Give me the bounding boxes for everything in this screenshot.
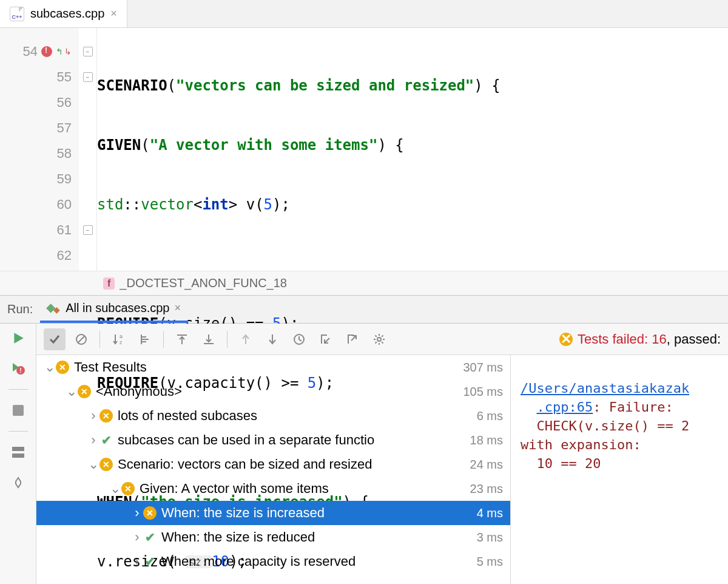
stop-button[interactable] bbox=[8, 401, 28, 420]
close-icon[interactable]: × bbox=[110, 7, 117, 20]
editor-tab[interactable]: C++ subcases.cpp × bbox=[0, 0, 127, 27]
collapse-all-button[interactable] bbox=[171, 328, 193, 350]
test-name: Scenario: vectors can be sized and resiz… bbox=[118, 457, 465, 472]
editor-tab-bar: C++ subcases.cpp × bbox=[0, 0, 728, 28]
svg-rect-3 bbox=[12, 453, 24, 458]
test-row[interactable]: ›✕lots of nested subcases6 ms bbox=[36, 404, 510, 428]
test-row[interactable]: ›✔subcases can be used in a separate fun… bbox=[36, 428, 510, 452]
gutter: 54↰↳ 55 56 57 58 59 60 61 62 bbox=[0, 28, 79, 271]
test-row[interactable]: ›✕When: the size is increased4 ms bbox=[36, 501, 510, 525]
test-name: When: more capacity is reserved bbox=[161, 554, 472, 569]
test-name: lots of nested subcases bbox=[118, 408, 472, 424]
chevron-down-icon[interactable]: ⌄ bbox=[109, 481, 121, 497]
fail-icon: ✕ bbox=[99, 458, 113, 471]
test-time: 4 ms bbox=[477, 506, 503, 520]
chevron-right-icon[interactable]: › bbox=[87, 432, 99, 448]
test-row[interactable]: ›✔When: the size is reduced3 ms bbox=[36, 525, 510, 549]
test-output[interactable]: /Users/anastasiakazak .cpp:65: Failure: … bbox=[511, 355, 728, 584]
test-time: 23 ms bbox=[470, 482, 503, 496]
test-row[interactable]: ⌄✕Scenario: vectors can be sized and res… bbox=[36, 452, 510, 477]
step-fwd-icon: ↳ bbox=[64, 47, 72, 56]
next-failed-button[interactable] bbox=[261, 328, 283, 350]
expand-all-button[interactable] bbox=[198, 328, 220, 350]
chevron-right-icon[interactable]: › bbox=[131, 554, 143, 569]
test-status: ✕ Tests failed: 16, passed: bbox=[559, 331, 721, 347]
prev-failed-button[interactable] bbox=[235, 328, 257, 350]
svg-text:a: a bbox=[120, 333, 123, 339]
run-side-toolbar: ! bbox=[0, 324, 36, 584]
import-button[interactable] bbox=[315, 328, 337, 350]
test-name: Test Results bbox=[74, 359, 458, 375]
run-label: Run: bbox=[7, 302, 33, 316]
run-config-icon bbox=[47, 302, 61, 315]
svg-text:!: ! bbox=[19, 367, 21, 374]
chevron-down-icon[interactable]: ⌄ bbox=[66, 384, 78, 399]
file-loc-link[interactable]: .cpp:65 bbox=[537, 399, 593, 415]
chevron-down-icon[interactable]: ⌄ bbox=[87, 457, 99, 472]
fail-icon: ✕ bbox=[78, 385, 91, 398]
test-row[interactable]: ⌄✕<Anonymous>105 ms bbox=[36, 379, 510, 404]
export-button[interactable] bbox=[342, 328, 363, 350]
test-time: 307 ms bbox=[463, 361, 503, 375]
results-area: az ✕ Tests failed: 16, passed: ⌄✕Test Re… bbox=[36, 324, 728, 584]
layout-button[interactable] bbox=[8, 443, 28, 462]
code-editor[interactable]: 54↰↳ 55 56 57 58 59 60 61 62 − − − SCENA… bbox=[0, 28, 728, 271]
run-tab-name: All in subcases.cpp bbox=[66, 301, 169, 315]
svg-text:z: z bbox=[120, 339, 123, 345]
test-time: 105 ms bbox=[463, 385, 503, 399]
fold-column: − − − bbox=[79, 28, 97, 271]
test-row[interactable]: ⌄✕Test Results307 ms bbox=[36, 355, 510, 379]
run-button[interactable] bbox=[8, 328, 28, 348]
line-number: 59 bbox=[50, 171, 72, 187]
rerun-failed-button[interactable]: ! bbox=[8, 359, 28, 378]
fold-icon[interactable]: − bbox=[83, 225, 93, 235]
line-number: 62 bbox=[50, 248, 72, 263]
tab-filename: subcases.cpp bbox=[30, 7, 104, 21]
test-name: subcases can be used in a separate funct… bbox=[118, 432, 465, 448]
line-number: 55 bbox=[50, 69, 72, 85]
line-number: 54 bbox=[16, 44, 38, 59]
breadcrumb-name: _DOCTEST_ANON_FUNC_18 bbox=[120, 276, 287, 290]
test-time: 18 ms bbox=[470, 433, 503, 447]
svg-point-11 bbox=[377, 338, 381, 341]
fail-icon: ✕ bbox=[56, 361, 69, 374]
show-passed-button[interactable] bbox=[44, 328, 66, 350]
test-row[interactable]: ›✔When: more capacity is reserved5 ms bbox=[36, 549, 510, 574]
test-tree[interactable]: ⌄✕Test Results307 ms⌄✕<Anonymous>105 ms›… bbox=[36, 355, 511, 584]
cpp-file-icon: C++ bbox=[10, 7, 24, 21]
func-badge: f bbox=[103, 277, 115, 290]
svg-rect-2 bbox=[12, 447, 24, 451]
sort-button[interactable]: az bbox=[107, 328, 129, 350]
close-icon[interactable]: × bbox=[174, 302, 181, 314]
pass-icon: ✔ bbox=[143, 531, 157, 544]
breakpoint-icon[interactable] bbox=[41, 46, 52, 57]
test-time: 3 ms bbox=[477, 531, 503, 545]
history-button[interactable] bbox=[288, 328, 310, 350]
results-toolbar: az ✕ Tests failed: 16, passed: bbox=[36, 324, 728, 355]
chevron-right-icon[interactable]: › bbox=[87, 408, 99, 424]
code-area[interactable]: SCENARIO("vectors can be sized and resiz… bbox=[97, 28, 728, 271]
test-time: 5 ms bbox=[477, 555, 503, 569]
chevron-right-icon[interactable]: › bbox=[131, 505, 143, 521]
expand-button[interactable] bbox=[134, 328, 156, 350]
fold-icon[interactable]: − bbox=[83, 47, 93, 56]
file-link[interactable]: /Users/anastasiakazak bbox=[521, 381, 689, 396]
test-name: When: the size is reduced bbox=[161, 529, 472, 545]
settings-button[interactable] bbox=[368, 328, 390, 350]
run-panel: ! az ✕ Tests failed: 16, pass bbox=[0, 323, 728, 584]
test-row[interactable]: ⌄✕Given: A vector with some items23 ms bbox=[36, 477, 510, 501]
fold-icon[interactable]: − bbox=[83, 72, 93, 82]
test-time: 24 ms bbox=[470, 458, 503, 472]
pin-button[interactable] bbox=[8, 473, 28, 492]
chevron-right-icon[interactable]: › bbox=[131, 529, 143, 545]
test-name: <Anonymous> bbox=[96, 384, 458, 399]
run-config-tab[interactable]: All in subcases.cpp × bbox=[40, 296, 188, 323]
chevron-down-icon[interactable]: ⌄ bbox=[44, 359, 56, 375]
fail-icon: ✕ bbox=[143, 506, 157, 520]
pass-icon: ✔ bbox=[99, 433, 113, 447]
show-ignored-button[interactable] bbox=[70, 328, 92, 350]
line-number: 58 bbox=[50, 146, 72, 161]
pass-icon: ✔ bbox=[143, 555, 157, 568]
step-back-icon: ↰ bbox=[56, 47, 63, 56]
fail-icon: ✕ bbox=[99, 409, 113, 423]
